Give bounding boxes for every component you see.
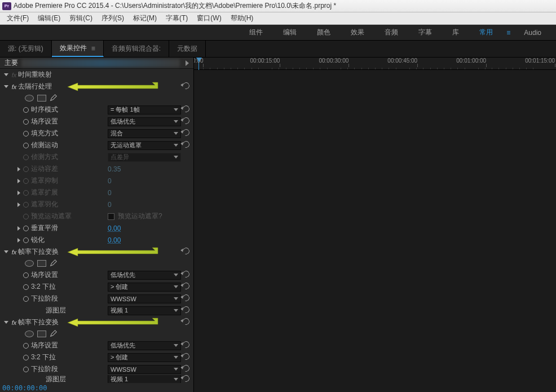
twirl-icon[interactable] — [3, 249, 9, 255]
reset-button[interactable] — [181, 129, 191, 138]
twirl-icon[interactable] — [16, 178, 21, 184]
menu-item[interactable]: 字幕(T) — [161, 12, 192, 24]
menu-item[interactable]: 窗口(W) — [192, 12, 226, 24]
property-dropdown[interactable]: 点差异 — [108, 153, 181, 162]
panel-tab[interactable]: 源: (无剪辑) — [0, 41, 52, 57]
twirl-icon[interactable] — [3, 320, 9, 325]
property-dropdown[interactable]: 低场优先 — [108, 341, 181, 350]
mask-ellipse-icon[interactable] — [25, 95, 34, 102]
mask-ellipse-icon[interactable] — [25, 331, 34, 337]
twirl-icon[interactable] — [16, 166, 21, 172]
stopwatch-icon[interactable] — [23, 118, 29, 125]
workspace-tab[interactable]: 字幕 — [408, 25, 442, 40]
stopwatch-icon[interactable] — [23, 166, 29, 173]
property-value[interactable]: 0 — [108, 201, 112, 209]
workspace-tab[interactable]: 常用 — [469, 25, 503, 40]
property-value[interactable]: 0.00 — [108, 236, 121, 244]
twirl-icon[interactable] — [3, 72, 9, 78]
property-dropdown[interactable]: > 创建 — [108, 283, 181, 292]
fx-badge-icon[interactable]: fx — [10, 72, 18, 78]
stopwatch-icon[interactable] — [23, 354, 29, 361]
property-dropdown[interactable]: 混合 — [108, 129, 181, 138]
stopwatch-icon[interactable] — [23, 272, 29, 279]
property-value[interactable]: 0 — [108, 189, 112, 197]
workspace-tab[interactable]: 音频 — [374, 25, 408, 40]
workspace-tab[interactable]: Audio — [514, 25, 551, 40]
property-dropdown[interactable]: 无运动遮罩 — [108, 141, 181, 150]
fx-badge-icon[interactable]: fx — [10, 83, 18, 90]
property-value[interactable]: 0.00 — [108, 224, 121, 232]
twirl-icon[interactable] — [3, 84, 9, 90]
workspace-tab[interactable]: 颜色 — [307, 25, 341, 40]
twirl-icon[interactable] — [16, 202, 21, 208]
reset-button[interactable] — [181, 306, 191, 315]
stopwatch-icon[interactable] — [23, 154, 29, 161]
twirl-icon[interactable] — [16, 237, 21, 243]
effect-header[interactable]: fx帧率下拉变换 — [0, 246, 193, 258]
stopwatch-icon[interactable] — [23, 366, 29, 373]
stopwatch-icon[interactable] — [23, 142, 29, 149]
stopwatch-icon[interactable] — [23, 213, 29, 220]
mask-rect-icon[interactable] — [37, 95, 46, 102]
show-timeline-icon[interactable] — [183, 59, 191, 67]
fx-badge-icon[interactable]: fx — [10, 319, 18, 326]
menu-item[interactable]: 文件(F) — [2, 12, 33, 24]
property-dropdown[interactable]: WWSSW — [108, 294, 181, 303]
reset-button[interactable] — [181, 365, 191, 373]
property-dropdown[interactable]: > 创建 — [108, 353, 181, 362]
reset-button[interactable] — [181, 294, 191, 303]
stopwatch-icon[interactable] — [23, 284, 29, 290]
menu-item[interactable]: 编辑(E) — [33, 12, 65, 24]
reset-button[interactable] — [181, 117, 191, 126]
reset-button[interactable] — [181, 141, 191, 149]
stopwatch-icon[interactable] — [23, 190, 29, 196]
twirl-icon[interactable] — [16, 226, 21, 231]
panel-tab[interactable]: 音频剪辑混合器: — [104, 41, 169, 57]
menu-item[interactable]: 标记(M) — [129, 12, 161, 24]
effect-header[interactable]: fx时间重映射 — [0, 69, 193, 81]
workspace-tab[interactable]: 效果 — [341, 25, 374, 40]
workspace-tab[interactable]: 组件 — [239, 25, 273, 40]
menu-item[interactable]: 剪辑(C) — [65, 12, 97, 24]
reset-button[interactable] — [181, 82, 191, 91]
mask-ellipse-icon[interactable] — [25, 260, 34, 267]
mask-pen-icon[interactable] — [50, 259, 58, 268]
mask-pen-icon[interactable] — [50, 94, 58, 103]
stopwatch-icon[interactable] — [23, 296, 29, 302]
stopwatch-icon[interactable] — [23, 225, 29, 232]
workspace-tab[interactable]: 编辑 — [273, 25, 307, 40]
twirl-icon[interactable] — [16, 190, 21, 196]
stopwatch-icon[interactable] — [23, 178, 29, 184]
workspace-tab[interactable]: 库 — [442, 25, 469, 40]
fx-badge-icon[interactable]: fx — [10, 249, 18, 256]
reset-button[interactable] — [181, 283, 191, 291]
keyframe-area[interactable] — [194, 70, 556, 392]
property-dropdown[interactable]: 低场优先 — [108, 117, 181, 126]
property-dropdown[interactable]: = 每帧 1帧 — [108, 105, 181, 114]
time-ruler[interactable]: 00:0000:00:15:0000:00:30:0000:00:45:0000… — [194, 58, 556, 70]
reset-button[interactable] — [181, 105, 191, 114]
panel-tab[interactable]: 效果控件≡ — [52, 41, 104, 57]
reset-button[interactable] — [181, 353, 191, 362]
menu-item[interactable]: 帮助(H) — [226, 12, 258, 24]
property-value[interactable]: 0.35 — [108, 165, 121, 173]
stopwatch-icon[interactable] — [23, 130, 29, 137]
reset-button[interactable] — [181, 248, 191, 256]
mask-rect-icon[interactable] — [37, 260, 46, 267]
stopwatch-icon[interactable] — [23, 107, 29, 113]
workspace-menu-icon[interactable]: ≡ — [503, 29, 514, 37]
reset-button[interactable] — [181, 318, 191, 327]
mask-rect-icon[interactable] — [37, 331, 46, 337]
panel-menu-icon[interactable]: ≡ — [91, 45, 95, 52]
property-dropdown[interactable]: 视频 1 — [108, 375, 181, 383]
current-timecode[interactable]: 00:00:00:00 — [2, 384, 47, 392]
property-checkbox[interactable] — [108, 213, 114, 220]
property-dropdown[interactable]: 低场优先 — [108, 271, 181, 280]
stopwatch-icon[interactable] — [23, 237, 29, 244]
property-dropdown[interactable]: WWSSW — [108, 365, 181, 374]
property-dropdown[interactable]: 视频 1 — [108, 306, 181, 315]
reset-button[interactable] — [181, 341, 191, 350]
reset-button[interactable] — [181, 271, 191, 279]
reset-button[interactable] — [181, 375, 191, 383]
stopwatch-icon[interactable] — [23, 201, 29, 208]
